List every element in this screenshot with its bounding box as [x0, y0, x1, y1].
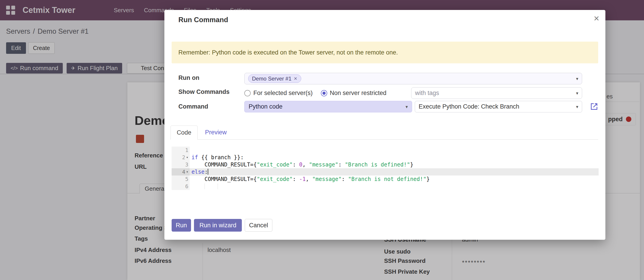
server-tag[interactable]: Demo Server #1 ✕ — [248, 74, 301, 83]
editor-line-3[interactable]: 3 COMMAND_RESULT={"exit_code": 0, "messa… — [172, 161, 598, 168]
radio-option-label: Non server restricted — [330, 90, 386, 97]
editor-gutter-cell[interactable]: 1 — [172, 147, 190, 154]
code-token: : — [293, 162, 299, 168]
text-cursor — [208, 169, 208, 175]
radio-option-1[interactable]: For selected server(s) — [244, 90, 313, 97]
code-token: : — [338, 162, 345, 168]
show-commands-options: For selected server(s)Non server restric… — [244, 90, 386, 97]
code-token: , — [306, 176, 312, 182]
line-number: 4 — [182, 168, 186, 176]
editor-gutter-cell[interactable]: 3 — [172, 161, 190, 168]
editor-gutter-cell[interactable]: 2▾ — [172, 154, 190, 161]
editor-code-line[interactable]: else: — [192, 168, 598, 176]
code-token: if — [192, 154, 198, 161]
code-token: : — [293, 176, 299, 182]
code-token: "message" — [309, 162, 338, 168]
line-number: 2 — [182, 154, 186, 161]
command-reference-value: Execute Python Code: Check Branch — [419, 103, 519, 110]
tab-preview[interactable]: Preview — [201, 125, 230, 139]
tab-code[interactable]: Code — [170, 125, 198, 139]
editor-code-line[interactable]: COMMAND_RESULT={"exit_code": -1, "messag… — [192, 176, 598, 183]
code-token: COMMAND_RESULT={ — [192, 176, 257, 182]
label-show-commands: Show Commands — [178, 88, 230, 95]
code-token: : — [204, 169, 208, 175]
command-type-select[interactable]: Python code ▾ — [244, 101, 412, 112]
chevron-down-icon[interactable]: ▾ — [406, 104, 408, 109]
indent-guide — [204, 183, 205, 189]
code-token: "message" — [312, 176, 342, 182]
code-editor[interactable]: 12▾if {{ branch }}:3 COMMAND_RESULT={"ex… — [172, 147, 598, 190]
line-number: 5 — [185, 176, 188, 183]
code-token: "exit_code" — [257, 176, 293, 182]
chevron-down-icon[interactable]: ▾ — [576, 104, 578, 109]
code-token: 0 — [299, 162, 302, 168]
line-number: 3 — [185, 161, 188, 168]
run-on-field[interactable]: Demo Server #1 ✕ ▾ — [244, 73, 582, 84]
screen: Cetmix Tower ServersCommandsFilesToolsSe… — [0, 0, 644, 280]
command-reference-select[interactable]: Execute Python Code: Check Branch ▾ — [415, 101, 582, 112]
code-token: "Branch is defined!" — [345, 162, 410, 168]
label-command: Command — [178, 103, 208, 110]
editor-gutter-cell[interactable]: 5 — [172, 176, 190, 183]
code-token: "Branch is not defined!" — [348, 176, 426, 182]
radio-unselected-icon[interactable] — [244, 90, 251, 96]
editor-line-5[interactable]: 5 COMMAND_RESULT={"exit_code": -1, "mess… — [172, 176, 598, 183]
editor-line-1[interactable]: 1 — [172, 147, 598, 154]
run-in-wizard-button[interactable]: Run in wizard — [194, 219, 242, 232]
code-token: } — [426, 176, 430, 182]
server-tag-label: Demo Server #1 — [252, 76, 292, 82]
line-number: 1 — [185, 147, 188, 154]
editor-code-line[interactable]: COMMAND_RESULT={"exit_code": 0, "message… — [192, 161, 598, 168]
command-type-value: Python code — [248, 103, 282, 110]
with-tags-placeholder: with tags — [415, 90, 439, 97]
close-icon[interactable]: ✕ — [594, 15, 600, 22]
python-warning-alert: Remember: Python code is executed on the… — [172, 42, 598, 63]
code-token: -1 — [299, 176, 306, 182]
radio-option-label: For selected server(s) — [253, 90, 313, 97]
editor-gutter-cell[interactable]: 6 — [172, 183, 190, 190]
code-token: "exit_code" — [257, 162, 293, 168]
external-link-icon[interactable] — [590, 102, 598, 111]
indent-guide — [218, 183, 218, 189]
editor-line-6[interactable]: 6 — [172, 183, 598, 190]
with-tags-select[interactable]: with tags ▾ — [411, 87, 582, 99]
remove-tag-icon[interactable]: ✕ — [294, 76, 298, 81]
label-run-on: Run on — [178, 74, 200, 81]
editor-code-line[interactable] — [192, 183, 598, 190]
code-token: COMMAND_RESULT={ — [192, 162, 257, 168]
code-token: , — [302, 162, 309, 168]
editor-code-line[interactable] — [192, 147, 598, 154]
run-button[interactable]: Run — [172, 219, 191, 232]
editor-gutter-cell[interactable]: 4▾ — [172, 168, 190, 176]
code-token: {{ branch }}: — [198, 154, 244, 161]
radio-option-2[interactable]: Non server restricted — [321, 90, 386, 97]
editor-line-4[interactable]: 4▾else: — [172, 168, 598, 176]
tabs-divider — [170, 139, 598, 139]
code-token: : — [342, 176, 348, 182]
fold-arrow-icon[interactable]: ▾ — [186, 154, 188, 161]
line-number: 6 — [185, 183, 188, 190]
editor-line-2[interactable]: 2▾if {{ branch }}: — [172, 154, 598, 161]
fold-arrow-icon[interactable]: ▾ — [186, 168, 188, 176]
cancel-button[interactable]: Cancel — [245, 219, 272, 232]
code-token: else — [192, 169, 204, 175]
run-command-modal: Run Command ✕ Remember: Python code is e… — [164, 10, 606, 240]
chevron-down-icon[interactable]: ▾ — [576, 76, 578, 81]
code-token: } — [410, 162, 413, 168]
modal-title: Run Command — [178, 16, 228, 24]
chevron-down-icon[interactable]: ▾ — [576, 90, 578, 96]
editor-code-line[interactable]: if {{ branch }}: — [192, 154, 598, 161]
radio-selected-icon[interactable] — [321, 90, 327, 96]
